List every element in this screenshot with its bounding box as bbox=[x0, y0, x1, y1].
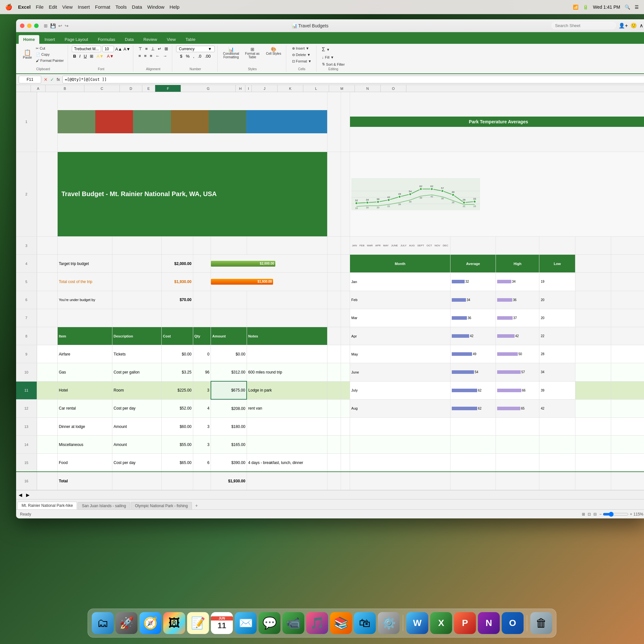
cell-e11-qty[interactable]: 3 bbox=[193, 381, 211, 399]
cell-g6[interactable] bbox=[247, 291, 327, 309]
cell-e5[interactable] bbox=[193, 273, 211, 291]
cell-a13[interactable] bbox=[37, 417, 57, 435]
cell-m6-feb-low[interactable]: 20 bbox=[539, 291, 575, 309]
cell-j5-jan[interactable]: Jan bbox=[350, 273, 450, 291]
increase-indent-button[interactable]: → bbox=[162, 53, 168, 59]
menu-window[interactable]: Window bbox=[147, 4, 164, 10]
cell-d5-total-value[interactable]: $1,930.00 bbox=[162, 273, 193, 291]
cell-m8-apr-low[interactable]: 22 bbox=[539, 327, 575, 345]
align-right-button[interactable]: ≡ bbox=[148, 53, 154, 59]
font-color-button[interactable]: A▼ bbox=[106, 53, 115, 59]
cell-n4[interactable] bbox=[575, 255, 611, 273]
cell-h15[interactable] bbox=[327, 454, 341, 472]
search-icon[interactable]: 🔍 bbox=[625, 5, 630, 10]
col-c-header[interactable]: C bbox=[84, 85, 120, 92]
conditional-formatting-button[interactable]: 📊 ConditionalFormatting bbox=[222, 46, 241, 60]
cell-b7[interactable] bbox=[57, 309, 112, 327]
cell-g15-notes[interactable]: 4 days - breakfast, lunch, dinner bbox=[247, 454, 327, 472]
cell-f10-amount[interactable]: $312.00 bbox=[211, 363, 247, 381]
cell-d10-cost[interactable]: $3.25 bbox=[162, 363, 193, 381]
cell-o5[interactable] bbox=[611, 273, 644, 291]
dock-music[interactable]: 🎵 bbox=[306, 612, 328, 634]
cell-m15[interactable] bbox=[539, 454, 575, 472]
cell-a6[interactable] bbox=[37, 291, 57, 309]
cell-c12-desc[interactable]: Cost per day bbox=[112, 399, 161, 417]
page-layout-view-icon[interactable]: ⊡ bbox=[588, 512, 591, 516]
copy-button[interactable]: 📄 Copy bbox=[34, 52, 65, 57]
cell-i16[interactable] bbox=[341, 472, 350, 490]
tab-home[interactable]: Home bbox=[19, 35, 39, 44]
cell-f14-amount[interactable]: $165.00 bbox=[211, 436, 247, 454]
search-input[interactable] bbox=[552, 22, 616, 29]
zoom-out-button[interactable]: − bbox=[599, 512, 601, 516]
cell-d6-under-value[interactable]: $70.00 bbox=[162, 291, 193, 309]
col-o-header[interactable]: O bbox=[381, 85, 406, 92]
dock-notes[interactable]: 📝 bbox=[187, 612, 209, 634]
cell-o10[interactable] bbox=[611, 363, 644, 381]
cell-n5[interactable] bbox=[575, 273, 611, 291]
maximize-button[interactable] bbox=[34, 24, 39, 28]
italic-button[interactable]: I bbox=[78, 53, 82, 59]
cell-d14-cost[interactable]: $55.00 bbox=[162, 436, 193, 454]
delete-cells-button[interactable]: ⊖ Delete ▼ bbox=[291, 52, 313, 58]
cell-a5[interactable] bbox=[37, 273, 57, 291]
cell-a11[interactable] bbox=[37, 381, 57, 399]
cell-a10[interactable] bbox=[37, 363, 57, 381]
cell-f7[interactable] bbox=[211, 309, 247, 327]
format-cells-button[interactable]: ⊡ Format ▼ bbox=[291, 59, 313, 64]
cell-a4[interactable] bbox=[37, 255, 57, 273]
cell-b5-total-label[interactable]: Total cost of the trip bbox=[57, 273, 112, 291]
cell-l13[interactable] bbox=[496, 417, 539, 435]
cell-g11-notes[interactable]: Lodge in park bbox=[247, 381, 327, 399]
cell-j16[interactable] bbox=[350, 472, 450, 490]
format-as-table-button[interactable]: ⊞ Format as Table bbox=[243, 46, 262, 60]
cell-o12[interactable] bbox=[611, 399, 644, 417]
cell-e13-qty[interactable]: 3 bbox=[193, 417, 211, 435]
collapse-icon[interactable]: ∧ bbox=[639, 23, 643, 29]
cell-i4[interactable] bbox=[341, 255, 350, 273]
cell-l15[interactable] bbox=[496, 454, 539, 472]
cell-i3[interactable] bbox=[341, 236, 350, 254]
cell-a15[interactable] bbox=[37, 454, 57, 472]
cell-i2[interactable] bbox=[341, 152, 350, 236]
cell-h10[interactable] bbox=[327, 363, 341, 381]
cell-i12[interactable] bbox=[341, 399, 350, 417]
cell-d13-cost[interactable]: $60.00 bbox=[162, 417, 193, 435]
dock-trash[interactable]: 🗑 bbox=[530, 612, 552, 634]
sidebar-toggle-icon[interactable]: ⊞ bbox=[44, 23, 48, 28]
cell-e3[interactable] bbox=[193, 236, 211, 254]
cell-m11-july-low[interactable]: 39 bbox=[539, 381, 575, 399]
cell-i13[interactable] bbox=[341, 417, 350, 435]
cell-m3[interactable] bbox=[539, 236, 575, 254]
cell-d12-cost[interactable]: $52.00 bbox=[162, 399, 193, 417]
cell-k13[interactable] bbox=[450, 417, 496, 435]
col-i-header[interactable]: I bbox=[245, 85, 252, 92]
cell-n8[interactable] bbox=[575, 327, 611, 345]
autosum-button[interactable]: Σ ▼ bbox=[320, 46, 346, 53]
cell-n14[interactable] bbox=[575, 436, 611, 454]
fill-button[interactable]: ↓ Fill ▼ bbox=[320, 54, 346, 60]
cell-k15[interactable] bbox=[450, 454, 496, 472]
col-e-header[interactable]: E bbox=[142, 85, 155, 92]
cell-i1[interactable] bbox=[341, 92, 350, 152]
align-left-button[interactable]: ≡ bbox=[137, 53, 142, 59]
cell-a16[interactable] bbox=[37, 472, 57, 490]
cell-c7[interactable] bbox=[112, 309, 161, 327]
cell-j6-feb[interactable]: Feb bbox=[350, 291, 450, 309]
cell-h8[interactable] bbox=[327, 327, 341, 345]
page-break-view-icon[interactable]: ⊟ bbox=[593, 512, 597, 516]
underline-button[interactable]: U bbox=[82, 53, 88, 59]
cell-m14[interactable] bbox=[539, 436, 575, 454]
cell-m5-jan-low[interactable]: 19 bbox=[539, 273, 575, 291]
cell-m12-aug-low[interactable]: 42 bbox=[539, 399, 575, 417]
cell-c10-desc[interactable]: Cost per gallon bbox=[112, 363, 161, 381]
col-a-header[interactable]: A bbox=[31, 85, 46, 92]
align-middle-button[interactable]: ≡ bbox=[144, 46, 149, 52]
dock-books[interactable]: 📚 bbox=[330, 612, 352, 634]
scroll-left-button[interactable]: ◀ bbox=[16, 492, 25, 497]
cell-b12-car[interactable]: Car rental bbox=[57, 399, 112, 417]
dock-mail[interactable]: ✉️ bbox=[235, 612, 257, 634]
cell-g9-notes[interactable] bbox=[247, 345, 327, 363]
dock-calendar[interactable]: JUN 11 bbox=[211, 612, 233, 634]
cell-n3[interactable] bbox=[575, 236, 611, 254]
